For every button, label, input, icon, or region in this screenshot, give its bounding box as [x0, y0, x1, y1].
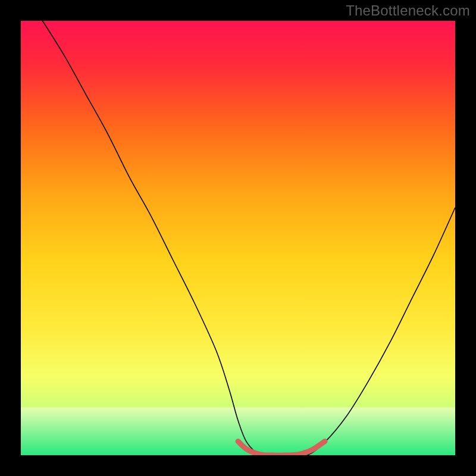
- source-watermark: TheBottleneck.com: [346, 2, 470, 19]
- bottleneck-chart: [21, 21, 455, 455]
- gradient-background: [21, 21, 455, 455]
- chart-frame: TheBottleneck.com: [0, 0, 476, 476]
- green-band: [21, 408, 455, 455]
